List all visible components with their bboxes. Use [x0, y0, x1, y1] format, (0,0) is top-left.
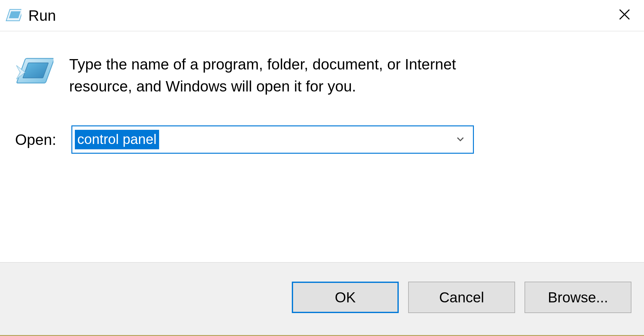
close-icon [618, 8, 631, 21]
open-input-value[interactable]: control panel [75, 130, 159, 149]
chevron-down-icon [455, 134, 465, 144]
open-combobox[interactable]: control panel [71, 125, 474, 154]
description-text: Type the name of a program, folder, docu… [69, 53, 472, 97]
close-button[interactable] [614, 7, 635, 24]
run-dialog: Run [0, 0, 644, 336]
run-icon [16, 56, 53, 87]
button-bar: OK Cancel Browse... [0, 262, 644, 335]
dialog-title: Run [28, 7, 56, 24]
dialog-content: Type the name of a program, folder, docu… [0, 31, 644, 262]
titlebar: Run [0, 0, 644, 31]
titlebar-left: Run [6, 7, 56, 24]
input-row: Open: control panel [13, 125, 631, 154]
cancel-button[interactable]: Cancel [408, 282, 515, 313]
description-row: Type the name of a program, folder, docu… [13, 53, 631, 97]
ok-button[interactable]: OK [292, 282, 399, 313]
combobox-dropdown-button[interactable] [448, 134, 473, 145]
run-titlebar-icon [6, 9, 21, 22]
browse-button[interactable]: Browse... [525, 282, 631, 313]
open-label: Open: [15, 131, 56, 148]
